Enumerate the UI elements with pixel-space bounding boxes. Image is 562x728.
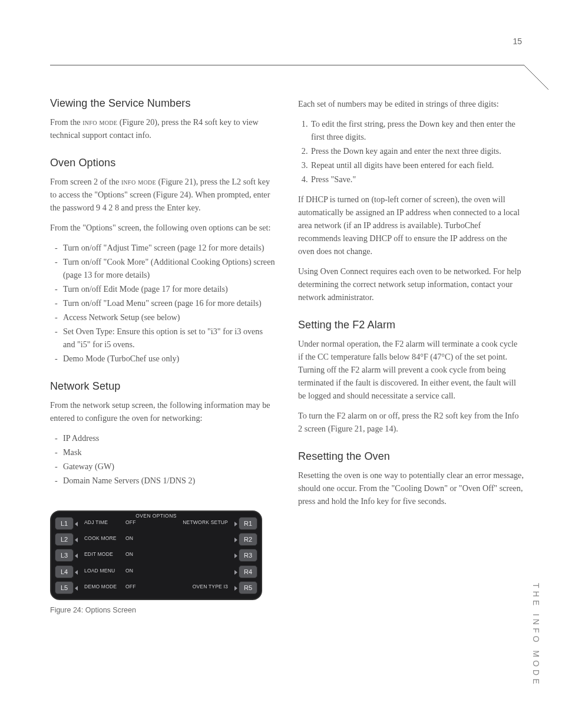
option-label: DEMO MODE [84,584,117,589]
softkey-r1[interactable]: R1 [239,517,257,530]
options-screen-panel: L1 ADJ TIME OFF NETWORK SETUP R1 OVEN OP… [50,510,262,600]
text: From screen 2 of the [50,177,121,186]
softkey-l1[interactable]: L1 [55,517,74,530]
softkey-l3[interactable]: L3 [55,549,74,562]
softkey-r4[interactable]: R4 [239,565,257,578]
option-label: EDIT MODE [84,551,113,557]
left-column: Viewing the Service Numbers From the inf… [50,97,276,614]
para-oven-2: From the "Options" screen, the following… [50,221,276,234]
option-value: ON [125,551,133,557]
softkey-l4[interactable]: L4 [55,565,74,578]
option-right: NETWORK SETUP [183,519,228,525]
heading-network-setup: Network Setup [50,380,276,393]
para-f2a: Under normal operation, the F2 alarm wil… [298,337,524,402]
option-value: ON [125,535,133,541]
text-smallcaps: info mode [82,117,117,127]
screen-row: L4 LOAD MENU ON R4 [51,564,261,579]
list-item: Access Network Setup (see below) [63,311,276,324]
option-label: ADJ TIME [84,519,108,525]
oven-options-list: Turn on/off "Adjust Time" screen (page 1… [50,241,276,365]
screen-row: L3 EDIT MODE ON R3 [51,547,261,563]
screen-row: L2 COOK MORE ON R2 [51,531,261,547]
softkey-r3[interactable]: R3 [239,549,257,562]
triangle-right-icon [234,570,237,575]
heading-f2-alarm: Setting the F2 Alarm [298,319,524,331]
para-viewing: From the info mode (Figure 20), press th… [50,116,276,141]
right-column: Each set of numbers may be edited in str… [298,97,524,614]
list-item: Domain Name Servers (DNS 1/DNS 2) [63,474,276,487]
softkey-r5[interactable]: R5 [239,581,257,594]
list-item: Turn on/off Edit Mode (page 17 for more … [63,282,276,295]
screen-title: OVEN OPTIONS [51,513,261,519]
option-label: LOAD MENU [84,568,115,574]
list-item: Press the Down key again and enter the n… [310,144,524,157]
option-value: OFF [125,584,136,589]
para-dhcp: If DHCP is turned on (top-left corner of… [298,193,524,258]
content-columns: Viewing the Service Numbers From the inf… [50,97,524,614]
heading-resetting-oven: Resetting the Oven [298,450,524,463]
network-list: IP Address Mask Gateway (GW) Domain Name… [50,431,276,487]
triangle-right-icon [234,554,237,558]
option-label: COOK MORE [84,535,117,541]
list-item: IP Address [63,431,276,444]
softkey-l2[interactable]: L2 [55,533,74,546]
page-number: 15 [513,37,522,46]
triangle-right-icon [234,522,237,526]
list-item: Mask [63,446,276,459]
edit-steps-list: To edit the first string, press the Down… [298,117,524,186]
text-smallcaps: info mode [121,177,156,186]
triangle-left-icon [75,554,78,558]
para-oven-1: From screen 2 of the info mode (Figure 2… [50,175,276,214]
page: 15 Viewing the Service Numbers From the … [0,0,562,728]
side-section-label: THE INFO MODE [531,583,541,687]
para-reset: Resetting the oven is one way to potenti… [298,469,524,508]
triangle-left-icon [75,586,78,591]
list-item: Repeat until all digits have been entere… [310,159,524,172]
screen-row: L5 DEMO MODE OFF OVEN TYPE I3 R5 [51,579,261,595]
screen-row: L1 ADJ TIME OFF NETWORK SETUP R1 OVEN OP… [51,515,261,531]
triangle-left-icon [75,538,78,542]
list-item: Turn on/off "Load Menu" screen (page 16 … [63,297,276,309]
option-right: OVEN TYPE I3 [193,584,228,589]
list-item: To edit the first string, press the Down… [310,117,524,143]
list-item: Turn on/off "Adjust Time" screen (page 1… [63,241,276,254]
triangle-right-icon [234,538,237,542]
softkey-r2[interactable]: R2 [239,533,257,546]
option-value: OFF [125,519,136,525]
list-item: Gateway (GW) [63,460,276,473]
para-network: From the network setup screen, the follo… [50,398,276,424]
heading-oven-options: Oven Options [50,157,276,169]
heading-viewing-service-numbers: Viewing the Service Numbers [50,97,276,110]
list-item: Demo Mode (TurboChef use only) [63,352,276,365]
list-item: Press "Save." [310,173,524,186]
figure-caption: Figure 24: Options Screen [50,606,262,614]
triangle-left-icon [75,570,78,575]
option-value: ON [125,568,133,574]
para-f2b: To turn the F2 alarm on or off, press th… [298,409,524,435]
figure-24: L1 ADJ TIME OFF NETWORK SETUP R1 OVEN OP… [50,510,262,614]
triangle-right-icon [234,586,237,591]
list-item: Set Oven Type: Ensure this option is set… [63,325,276,351]
para-oven-connect: Using Oven Connect requires each oven to… [298,265,524,304]
triangle-left-icon [75,522,78,526]
text: From the [50,117,82,127]
header-rule [50,65,524,88]
para-edit-intro: Each set of numbers may be edited in str… [298,97,524,110]
softkey-l5[interactable]: L5 [55,581,74,594]
list-item: Turn on/off "Cook More" (Additional Cook… [63,255,276,281]
